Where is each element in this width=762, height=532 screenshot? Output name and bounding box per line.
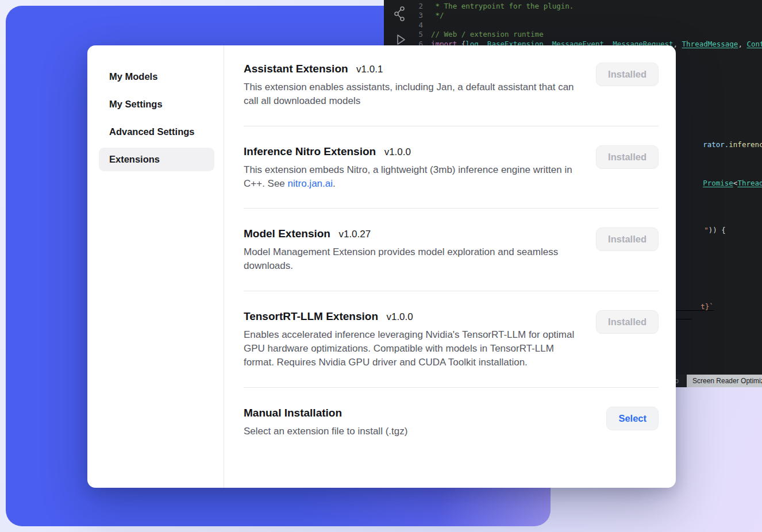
installed-button[interactable]: Installed bbox=[596, 145, 659, 169]
extension-title: Inference Nitro Extension bbox=[244, 145, 376, 157]
sidebar-item-extensions[interactable]: Extensions bbox=[99, 148, 214, 171]
divider bbox=[244, 387, 659, 388]
code-line: 5 // Web / extension runtime bbox=[411, 30, 762, 40]
line-number: 5 bbox=[411, 30, 423, 38]
extension-version: v1.0.0 bbox=[386, 311, 413, 322]
extension-row-assistant: Assistant Extension v1.0.1 This extensio… bbox=[244, 63, 659, 109]
nitro-jan-ai-link[interactable]: nitro.jan.ai bbox=[288, 178, 333, 189]
extension-version: v1.0.27 bbox=[338, 229, 371, 240]
sidebar-item-my-settings[interactable]: My Settings bbox=[99, 92, 214, 116]
sidebar-item-my-models[interactable]: My Models bbox=[99, 65, 214, 88]
extension-title-line: Inference Nitro Extension v1.0.0 bbox=[244, 145, 580, 158]
extension-info: Model Extension v1.0.27 Model Management… bbox=[244, 228, 580, 273]
extension-row-tensorrt: TensortRT-LLM Extension v1.0.0 Enables a… bbox=[244, 310, 659, 370]
installed-button[interactable]: Installed bbox=[596, 63, 659, 86]
code-fragment: rator.inference(data)); bbox=[677, 132, 762, 157]
source-control-branch-icon[interactable] bbox=[393, 6, 407, 22]
installed-button[interactable]: Installed bbox=[596, 310, 659, 334]
editor-activity-bar bbox=[388, 6, 411, 47]
extensions-panel: Assistant Extension v1.0.1 This extensio… bbox=[224, 45, 676, 488]
extension-info: TensortRT-LLM Extension v1.0.0 Enables a… bbox=[244, 310, 580, 370]
code-line: 3 */ bbox=[411, 11, 762, 21]
extension-title-line: TensortRT-LLM Extension v1.0.0 bbox=[244, 310, 580, 323]
installed-button[interactable]: Installed bbox=[596, 228, 659, 251]
code-fragment: t}` bbox=[675, 294, 714, 319]
extension-description: Model Management Extension provides mode… bbox=[244, 245, 580, 273]
extension-row-model: Model Extension v1.0.27 Model Management… bbox=[244, 228, 659, 273]
settings-sidebar: My Models My Settings Advanced Settings … bbox=[87, 45, 224, 488]
divider bbox=[244, 208, 659, 209]
extension-info: Manual Installation Select an extension … bbox=[244, 407, 407, 438]
screen-reader-status-chip[interactable]: Screen Reader Optimize bbox=[687, 375, 762, 387]
line-number: 2 bbox=[411, 2, 423, 10]
manual-installation-title: Manual Installation bbox=[244, 407, 342, 419]
extension-info: Assistant Extension v1.0.1 This extensio… bbox=[244, 63, 580, 109]
line-number: 4 bbox=[411, 21, 423, 29]
extension-title-line: Assistant Extension v1.0.1 bbox=[244, 63, 580, 75]
divider bbox=[244, 291, 659, 291]
extension-row-nitro: Inference Nitro Extension v1.0.0 This ex… bbox=[244, 145, 659, 191]
code-fragment: Promise<ThreadMessage> bbox=[677, 170, 762, 196]
extension-title-line: Model Extension v1.0.27 bbox=[244, 228, 580, 240]
extension-title-line: Manual Installation bbox=[244, 407, 407, 419]
extension-description: Enables accelerated inference leveraging… bbox=[244, 328, 580, 370]
manual-installation-description: Select an extension file to install (.tg… bbox=[244, 425, 407, 438]
settings-modal: My Models My Settings Advanced Settings … bbox=[87, 45, 676, 488]
description-text: . bbox=[333, 178, 336, 189]
extension-description: This extension embeds Nitro, a lightweig… bbox=[244, 163, 580, 191]
extension-title: Model Extension bbox=[244, 228, 330, 240]
extension-version: v1.0.1 bbox=[356, 64, 383, 75]
extension-title: TensortRT-LLM Extension bbox=[244, 310, 378, 322]
divider bbox=[244, 126, 659, 126]
code-line: 4 bbox=[411, 20, 762, 30]
extension-description: This extension enables assistants, inclu… bbox=[244, 80, 580, 109]
code-lines: 2 * The entrypoint for the plugin. 3 */ … bbox=[411, 1, 762, 49]
code-fragment: ")) { bbox=[678, 217, 726, 243]
line-number: 3 bbox=[411, 11, 423, 20]
sidebar-item-advanced-settings[interactable]: Advanced Settings bbox=[99, 120, 214, 144]
select-file-button[interactable]: Select bbox=[606, 407, 659, 430]
code-line: 2 * The entrypoint for the plugin. bbox=[411, 1, 762, 11]
extension-version: v1.0.0 bbox=[384, 147, 411, 157]
extension-title: Assistant Extension bbox=[244, 63, 348, 75]
page-background: 2 * The entrypoint for the plugin. 3 */ … bbox=[0, 0, 762, 532]
manual-installation-row: Manual Installation Select an extension … bbox=[244, 407, 659, 438]
extension-info: Inference Nitro Extension v1.0.0 This ex… bbox=[244, 145, 580, 191]
